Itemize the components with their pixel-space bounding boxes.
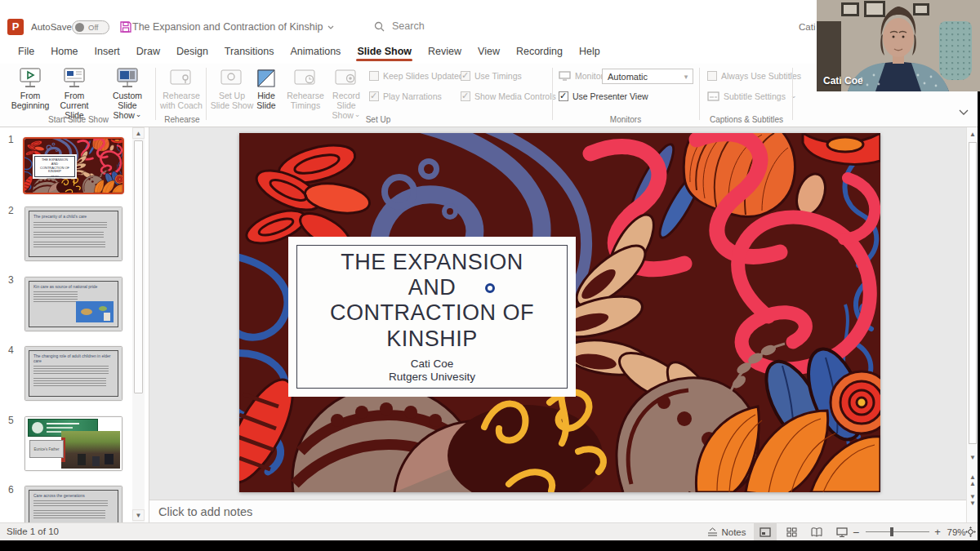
tab-animations[interactable]: Animations (283, 38, 350, 64)
search-icon (374, 21, 385, 32)
autosave-toggle[interactable]: Off (72, 20, 109, 34)
tab-transitions[interactable]: Transitions (216, 38, 283, 64)
zoom-in-button[interactable]: + (933, 523, 942, 540)
group-separator (206, 68, 207, 120)
show-media-controls-checkbox: Show Media Controls (461, 91, 556, 101)
play-narrations-checkbox: Play Narrations (369, 91, 442, 101)
zoom-out-button[interactable]: − (851, 523, 861, 540)
hide-slide-button[interactable]: Hide Slide (252, 66, 280, 110)
autosave-label: AutoSave (31, 22, 72, 32)
previous-slide-button[interactable]: ▲▲ (967, 473, 978, 488)
editor-scrollbar[interactable]: ▲ ▼ ▲▲ ▼▼ (966, 127, 978, 522)
monitor-dropdown[interactable]: Automatic ▾ (602, 69, 693, 84)
notes-pane[interactable]: Click to add notes (149, 500, 966, 522)
tab-view[interactable]: View (470, 38, 508, 64)
rehearse-with-coach-label: Rehearse with Coach (159, 91, 203, 110)
search-box[interactable]: Search (374, 20, 425, 32)
zoom-slider-track[interactable] (866, 531, 929, 532)
toggle-knob-icon (75, 23, 84, 32)
document-title[interactable]: The Expansion and Contraction of Kinship (132, 21, 334, 33)
slide-canvas[interactable]: THE EXPANSION AND CONTRACTION OF KINSHIP… (239, 133, 880, 492)
thumbnail-scrollbar[interactable]: ▲ ▼ (132, 127, 145, 522)
timings-icon (283, 66, 327, 91)
tab-recording[interactable]: Recording (508, 38, 571, 64)
record-slide-show-button: Record Slide Show (324, 66, 368, 120)
reading-view-icon (811, 527, 822, 537)
presenter-pointer-ring (485, 283, 495, 293)
use-presenter-view-checkbox[interactable]: Use Presenter View (559, 91, 648, 101)
slide-title-line: AND (297, 275, 567, 300)
status-bar: Slide 1 of 10 Notes − + 79% (0, 522, 978, 540)
scroll-up-arrow[interactable]: ▲ (967, 129, 978, 140)
collapse-ribbon-chevron-icon[interactable] (959, 109, 969, 115)
tab-help[interactable]: Help (571, 38, 608, 64)
thumbnail-number: 4 (8, 344, 14, 356)
tab-insert[interactable]: Insert (87, 38, 128, 64)
group-label-monitors: Monitors (555, 115, 696, 124)
group-label-captions-subtitles: Captions & Subtitles (701, 115, 792, 124)
tab-file[interactable]: File (10, 38, 42, 64)
save-icon[interactable] (119, 20, 132, 33)
hide-slide-label: Hide Slide (252, 91, 280, 110)
next-slide-button[interactable]: ▼▼ (967, 493, 978, 508)
fit-to-window-icon (965, 527, 976, 537)
autosave-state: Off (88, 23, 99, 32)
slide-show-icon (836, 527, 848, 537)
zoom-slider-thumb[interactable] (890, 527, 893, 536)
slide-show-view-button[interactable] (831, 523, 853, 540)
thumbnail-number: 5 (8, 415, 14, 426)
slide-thumbnail-2[interactable]: The precarity of a child's care (24, 207, 122, 261)
scroll-down-arrow[interactable]: ▼ (967, 452, 978, 464)
thumbnail-number: 1 (8, 134, 14, 145)
rehearse-with-coach-button: Rehearse with Coach (159, 66, 203, 110)
notes-icon (707, 527, 718, 536)
checkbox-icon (461, 91, 470, 101)
dropdown-arrow-icon: ▾ (679, 73, 693, 81)
slide-thumbnail-3[interactable]: Kin care as source of national pride (24, 277, 122, 331)
scrollbar-thumb[interactable] (969, 142, 977, 444)
screen-edge (0, 540, 980, 551)
slide-thumbnail-5[interactable]: Eunice's Father (24, 416, 122, 471)
slide-thumbnail-4[interactable]: The changing role of adult children in e… (24, 346, 122, 401)
rehearse-timings-button: Rehearse Timings (283, 66, 327, 110)
custom-slide-show-button[interactable]: Custom Slide Show (103, 66, 152, 120)
powerpoint-logo-icon[interactable]: P (7, 19, 24, 35)
tab-review[interactable]: Review (420, 38, 470, 64)
checkbox-icon (707, 71, 717, 81)
subtitle-settings-icon (707, 91, 719, 101)
notes-toggle-button[interactable]: Notes (706, 523, 748, 540)
group-label-start-slide-show: Start Slide Show (5, 115, 152, 124)
tab-draw[interactable]: Draw (128, 38, 168, 64)
group-label-rehearse: Rehearse (158, 115, 206, 124)
scrollbar-thumb[interactable] (134, 140, 143, 393)
tab-home[interactable]: Home (42, 38, 86, 64)
slide-title-placeholder[interactable]: THE EXPANSION AND CONTRACTION OF KINSHIP… (288, 237, 576, 397)
checkbox-icon (369, 71, 379, 81)
screen: P AutoSave Off The Expansion and Contrac… (0, 0, 980, 551)
subtitle-settings-button: Subtitle Settings (707, 91, 796, 101)
set-up-slide-show-button: Set Up Slide Show (210, 66, 254, 110)
coach-icon (159, 66, 203, 91)
thumbnail-number: 2 (8, 205, 14, 216)
scroll-up-arrow[interactable]: ▲ (132, 127, 145, 139)
search-placeholder: Search (392, 20, 425, 32)
checkbox-icon (369, 91, 379, 101)
reading-view-button[interactable] (805, 523, 828, 540)
from-current-slide-button[interactable]: From Current Slide (52, 66, 96, 120)
chevron-down-icon (327, 25, 334, 29)
account-name[interactable]: Cati (799, 22, 815, 32)
slide-editor-area: THE EXPANSION AND CONTRACTION OF KINSHIP… (149, 127, 966, 500)
use-timings-checkbox: Use Timings (461, 71, 522, 81)
slide-author: Cati CoeRutgers Univesity (297, 358, 567, 384)
slide-sorter-view-button[interactable] (780, 523, 803, 540)
fit-slide-to-window-button[interactable] (964, 523, 977, 540)
tab-slide-show[interactable]: Slide Show (349, 38, 420, 64)
normal-view-button[interactable] (754, 523, 777, 540)
from-beginning-button[interactable]: From Beginning (8, 66, 52, 110)
slide-thumbnail-1[interactable]: THE EXPANSIONANDCONTRACTION OFKINSHIP Ca… (23, 137, 124, 194)
slide-thumbnail-6[interactable]: Care across the generations (24, 486, 122, 522)
scroll-down-arrow[interactable]: ▼ (132, 509, 145, 521)
tab-design[interactable]: Design (168, 38, 216, 64)
checkbox-icon (461, 71, 470, 81)
slide-title-line: CONTRACTION OF (297, 300, 567, 326)
